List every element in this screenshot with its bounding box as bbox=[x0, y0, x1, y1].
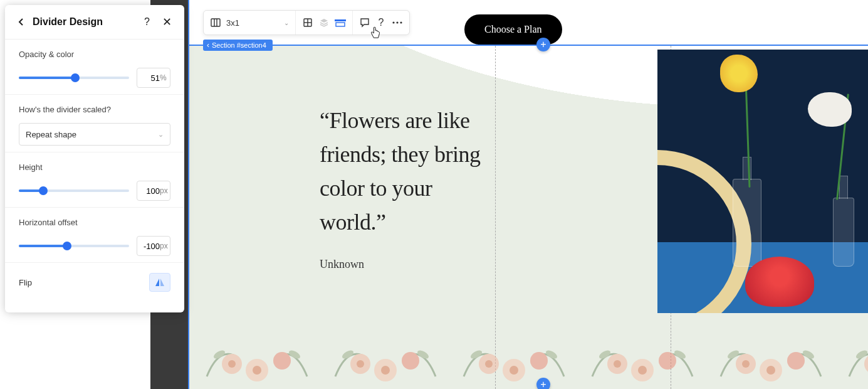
opacity-section: Opacity & color % bbox=[5, 40, 184, 95]
svg-point-12 bbox=[228, 360, 236, 368]
quote-text[interactable]: “Flowers are like friends; they bring co… bbox=[320, 104, 501, 239]
chevron-down-icon: ⌄ bbox=[158, 131, 164, 139]
height-slider[interactable] bbox=[19, 184, 129, 197]
comment-icon[interactable] bbox=[359, 17, 370, 28]
svg-point-9 bbox=[396, 21, 398, 23]
height-section: Height px bbox=[5, 152, 184, 208]
svg-point-40 bbox=[742, 360, 750, 368]
svg-rect-7 bbox=[336, 23, 345, 26]
svg-point-27 bbox=[530, 352, 548, 370]
svg-point-36 bbox=[638, 366, 647, 375]
flip-label: Flip bbox=[19, 278, 32, 287]
context-toolbar: 3x1 ⌄ ? bbox=[203, 10, 410, 35]
svg-point-41 bbox=[787, 352, 805, 370]
svg-point-22 bbox=[381, 366, 390, 375]
grid-select[interactable]: 3x1 ⌄ bbox=[226, 18, 289, 28]
svg-point-20 bbox=[402, 352, 419, 370]
hoffset-slider[interactable] bbox=[19, 240, 129, 252]
hoffset-section: Horizontal offset px bbox=[5, 208, 184, 263]
svg-rect-6 bbox=[335, 19, 346, 21]
add-section-button[interactable]: + bbox=[536, 38, 550, 51]
opacity-input[interactable] bbox=[141, 73, 160, 83]
help-icon[interactable]: ? bbox=[375, 17, 387, 28]
layout-icon[interactable] bbox=[302, 17, 313, 28]
close-icon[interactable]: ✕ bbox=[162, 15, 172, 29]
opacity-label: Opacity & color bbox=[19, 50, 170, 59]
svg-point-43 bbox=[766, 366, 775, 375]
divider-band bbox=[188, 326, 868, 389]
help-icon[interactable]: ? bbox=[144, 16, 150, 28]
height-input[interactable] bbox=[141, 186, 160, 196]
canvas-edge-line bbox=[188, 0, 189, 389]
svg-point-34 bbox=[659, 352, 676, 370]
opacity-value-box[interactable]: % bbox=[137, 68, 170, 88]
height-unit: px bbox=[160, 186, 168, 195]
svg-point-46 bbox=[864, 354, 868, 374]
back-icon[interactable] bbox=[18, 16, 25, 29]
stretch-icon[interactable] bbox=[335, 17, 346, 28]
flip-horizontal-button[interactable] bbox=[149, 273, 170, 292]
panel-header: Divider Design ? ✕ bbox=[5, 5, 184, 40]
panel-title: Divider Design bbox=[33, 16, 132, 28]
svg-point-19 bbox=[357, 360, 364, 368]
section-boundary bbox=[188, 45, 868, 46]
svg-rect-0 bbox=[211, 19, 220, 26]
height-label: Height bbox=[19, 163, 170, 172]
hoffset-label: Horizontal offset bbox=[19, 218, 170, 227]
height-value-box[interactable]: px bbox=[137, 181, 170, 201]
flip-section: Flip bbox=[5, 263, 184, 302]
hoffset-unit: px bbox=[160, 242, 168, 250]
svg-point-33 bbox=[614, 360, 621, 368]
scale-label: How's the divider scaled? bbox=[19, 105, 170, 114]
layers-icon[interactable] bbox=[318, 17, 330, 28]
svg-point-26 bbox=[485, 360, 493, 368]
flower-image[interactable] bbox=[657, 50, 868, 313]
chevron-down-icon: ⌄ bbox=[284, 19, 289, 26]
add-section-bottom-button[interactable]: + bbox=[536, 378, 550, 389]
panel-body: Opacity & color % How's the divider scal… bbox=[5, 40, 184, 312]
opacity-slider[interactable] bbox=[19, 72, 129, 84]
scale-section: How's the divider scaled? Repeat shape ⌄ bbox=[5, 95, 184, 152]
editor-canvas[interactable]: 3x1 ⌄ ? Choose a Plan bbox=[188, 0, 868, 389]
svg-point-13 bbox=[273, 352, 291, 370]
quote-author[interactable]: Unknown bbox=[320, 258, 364, 271]
opacity-unit: % bbox=[160, 73, 167, 82]
grid-icon[interactable] bbox=[210, 17, 221, 28]
svg-point-15 bbox=[253, 366, 261, 375]
hoffset-value-box[interactable]: px bbox=[137, 236, 170, 256]
page-content[interactable]: “Flowers are like friends; they bring co… bbox=[188, 46, 868, 389]
scale-select[interactable]: Repeat shape ⌄ bbox=[19, 123, 170, 146]
hoffset-input[interactable] bbox=[141, 242, 160, 251]
section-tag[interactable]: Section #section4 bbox=[203, 40, 273, 51]
grid-value: 3x1 bbox=[226, 18, 239, 28]
svg-point-29 bbox=[510, 366, 518, 375]
more-icon[interactable] bbox=[392, 17, 403, 28]
scale-value: Repeat shape bbox=[26, 130, 76, 139]
svg-point-10 bbox=[400, 21, 402, 23]
divider-design-panel: Divider Design ? ✕ Opacity & color % How… bbox=[5, 5, 184, 312]
svg-point-8 bbox=[392, 21, 394, 23]
